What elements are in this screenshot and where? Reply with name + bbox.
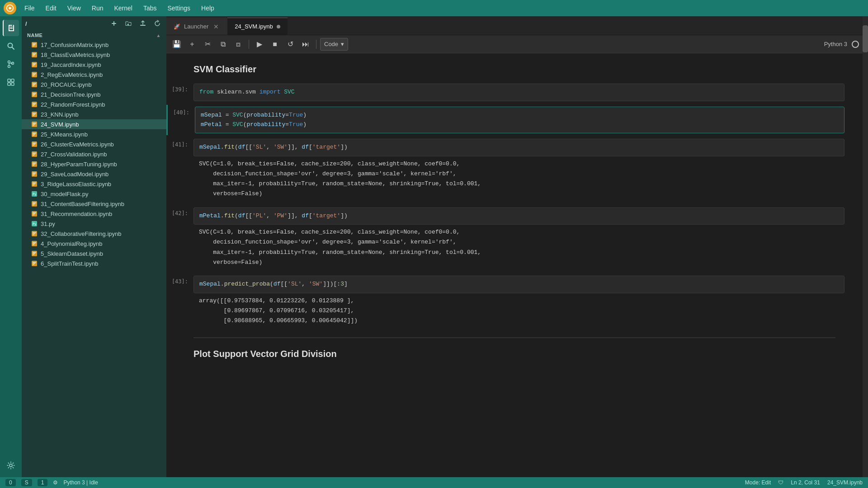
status-branch[interactable]: 0 — [5, 479, 16, 486]
sidebar-item-25_KMeans.ipynb[interactable]: 25_KMeans.ipynb — [22, 129, 166, 139]
run-cell-button[interactable]: ▶ — [253, 38, 266, 51]
sidebar-item-23_KNN.ipynb[interactable]: 23_KNN.ipynb — [22, 109, 166, 119]
svg-rect-6 — [10, 28, 13, 29]
tab-launcher-close[interactable]: ✕ — [212, 23, 220, 31]
svg-rect-53 — [33, 114, 35, 115]
activity-git[interactable] — [3, 56, 19, 72]
svg-rect-86 — [33, 202, 36, 203]
menu-settings[interactable]: Settings — [163, 3, 195, 14]
cut-cell-button[interactable]: ✂ — [201, 38, 214, 51]
svg-line-8 — [12, 47, 14, 50]
status-right: Mode: Edit 🛡 Ln 2, Col 31 24_SVM.ipynb — [745, 479, 863, 486]
notebook-heading-plot: Plot Support Vector Grid Division — [166, 345, 863, 366]
menu-view[interactable]: View — [63, 3, 85, 14]
svg-rect-50 — [33, 105, 34, 106]
cell-type-dropdown[interactable]: Code ▾ — [320, 38, 348, 51]
sidebar-item-26_ClusterEvaMetrics.ipynb[interactable]: 26_ClusterEvaMetrics.ipynb — [22, 139, 166, 149]
sidebar-item-18_ClassEvaMetrics.ipynb[interactable]: 18_ClassEvaMetrics.ipynb — [22, 50, 166, 60]
sidebar-item-19_JaccardIndex.ipynb[interactable]: 19_JaccardIndex.ipynb — [22, 60, 166, 70]
fast-forward-button[interactable]: ⏭ — [299, 38, 312, 51]
svg-rect-26 — [33, 46, 34, 46]
svg-rect-54 — [33, 115, 34, 116]
sidebar-item-6_SplitTrainTest.ipynb[interactable]: 6_SplitTrainTest.ipynb — [22, 258, 166, 268]
restart-kernel-button[interactable]: ↺ — [283, 38, 297, 51]
new-folder-button[interactable] — [123, 18, 134, 29]
svg-rect-91 — [33, 214, 35, 214]
cell-39-input[interactable]: from sklearn.svm import SVC — [193, 84, 844, 101]
activity-search[interactable] — [3, 38, 19, 54]
svg-rect-70 — [33, 155, 34, 155]
cell-41-input[interactable]: mSepal.fit(df[['SL', 'SW']], df['target'… — [193, 139, 844, 156]
sidebar-item-3_RidgeLassoElastic.ipynb[interactable]: 3_RidgeLassoElastic.ipynb — [22, 179, 166, 189]
file-name: 17_ConfusionMatrix.ipynb — [41, 42, 108, 48]
add-cell-button[interactable]: + — [185, 38, 199, 51]
paste-cell-button[interactable]: ⧈ — [231, 38, 245, 51]
sidebar-item-5_SklearnDataset.ipynb[interactable]: 5_SklearnDataset.ipynb — [22, 249, 166, 258]
kernel-status-circle — [852, 41, 859, 48]
file-icon-nb — [31, 240, 38, 247]
sidebar-item-2_RegEvaMetrics.ipynb[interactable]: 2_RegEvaMetrics.ipynb — [22, 70, 166, 80]
menu-tabs[interactable]: Tabs — [139, 3, 161, 14]
cell-43-input[interactable]: mSepal.predict_proba(df[['SL', 'SW']])[:… — [193, 276, 844, 293]
svg-rect-22 — [140, 25, 146, 26]
svg-rect-105 — [33, 253, 35, 254]
svg-rect-88 — [33, 205, 34, 205]
cell-39-body: from sklearn.svm import SVC — [193, 84, 863, 101]
cell-40-input[interactable]: mSepal = SVC(probability=True) mPetal = … — [195, 107, 844, 134]
menu-run[interactable]: Run — [87, 3, 108, 14]
file-icon-nb — [31, 200, 38, 207]
menu-file[interactable]: File — [20, 3, 39, 14]
file-icon-nb — [31, 250, 38, 257]
sidebar-item-31_Recommendation.ipynb[interactable]: 31_Recommendation.ipynb — [22, 209, 166, 219]
refresh-button[interactable] — [152, 18, 163, 29]
tab-svm[interactable]: 24_SVM.ipynb — [227, 18, 288, 35]
status-s-badge[interactable]: S — [21, 479, 32, 486]
sidebar-item-31_ContentBasedFiltering.ipynb[interactable]: 31_ContentBasedFiltering.ipynb — [22, 199, 166, 209]
new-file-button[interactable] — [108, 18, 119, 29]
activity-settings[interactable] — [3, 457, 19, 474]
sidebar-item-28_HyperParamTuning.ipynb[interactable]: 28_HyperParamTuning.ipynb — [22, 159, 166, 169]
menu-kernel[interactable]: Kernel — [109, 3, 137, 14]
svg-rect-108 — [33, 262, 36, 263]
status-gear[interactable]: ⚙ — [53, 479, 58, 486]
sidebar-item-17_ConfusionMatrix.ipynb[interactable]: 17_ConfusionMatrix.ipynb — [22, 40, 166, 50]
app-logo[interactable] — [4, 2, 16, 14]
svg-rect-109 — [33, 263, 35, 264]
file-name: 19_JaccardIndex.ipynb — [41, 61, 101, 68]
svg-rect-42 — [33, 85, 34, 86]
copy-cell-button[interactable]: ⧉ — [216, 38, 230, 51]
activity-files[interactable] — [3, 20, 19, 36]
stop-kernel-button[interactable]: ■ — [268, 38, 282, 51]
svg-point-17 — [9, 464, 12, 467]
svg-rect-15 — [8, 83, 10, 85]
upload-button[interactable] — [137, 18, 148, 29]
cell-40-gutter: [40]: — [168, 107, 195, 116]
status-mode: Mode: Edit — [745, 479, 771, 486]
cell-42-input[interactable]: mPetal.fit(df[['PL', 'PW']], df['target'… — [193, 207, 844, 225]
notebook-scrollbar[interactable] — [863, 16, 868, 477]
tab-launcher[interactable]: 🚀 Launcher ✕ — [166, 18, 227, 35]
status-num-badge[interactable]: 1 — [38, 479, 48, 486]
sidebar-item-22_RandomForest.ipynb[interactable]: 22_RandomForest.ipynb — [22, 99, 166, 109]
file-name: 3_RidgeLassoElastic.ipynb — [41, 181, 111, 188]
cell-39: [39]: from sklearn.svm import SVC — [166, 82, 863, 103]
sidebar-item-30_modelFlask.py[interactable]: Py 30_modelFlask.py — [22, 189, 166, 199]
sidebar-item-4_PolynomialReg.ipynb[interactable]: 4_PolynomialReg.ipynb — [22, 239, 166, 249]
file-icon-nb — [31, 91, 38, 98]
sidebar-item-31.py[interactable]: Py 31.py — [22, 219, 166, 229]
file-name: 30_modelFlask.py — [41, 191, 89, 197]
menu-edit[interactable]: Edit — [41, 3, 61, 14]
activity-extensions[interactable] — [3, 74, 19, 90]
status-shield: 🛡 — [778, 479, 783, 486]
tab-bar: 🚀 Launcher ✕ 24_SVM.ipynb — [166, 16, 863, 35]
sidebar-item-29_SaveLoadModel.ipynb[interactable]: 29_SaveLoadModel.ipynb — [22, 169, 166, 179]
sidebar-item-21_DecisionTree.ipynb[interactable]: 21_DecisionTree.ipynb — [22, 89, 166, 99]
sidebar-item-27_CrossValidation.ipynb[interactable]: 27_CrossValidation.ipynb — [22, 149, 166, 159]
toolbar-separator-1 — [249, 40, 249, 49]
menu-help[interactable]: Help — [197, 3, 219, 14]
sidebar-item-32_CollaborativeFiltering.ipynb[interactable]: 32_CollaborativeFiltering.ipynb — [22, 229, 166, 239]
sidebar-item-20_ROCAUC.ipynb[interactable]: 20_ROCAUC.ipynb — [22, 80, 166, 89]
save-button[interactable]: 💾 — [170, 38, 184, 51]
sidebar-item-24_SVM.ipynb[interactable]: 24_SVM.ipynb — [22, 119, 166, 129]
svg-rect-60 — [33, 133, 36, 133]
